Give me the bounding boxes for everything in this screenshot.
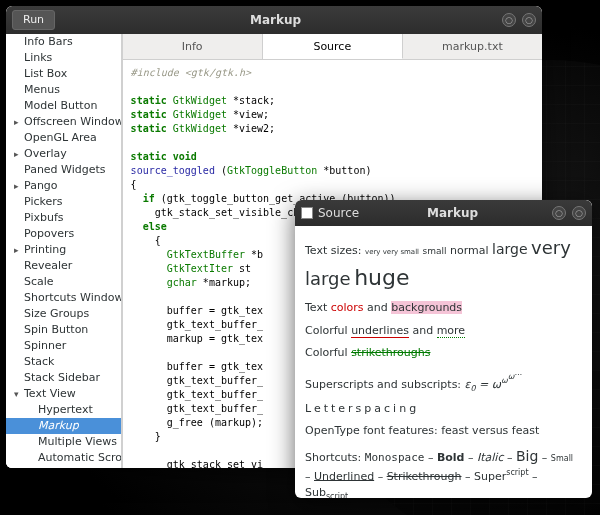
tree-item[interactable]: Automatic Scrolling [6,450,121,466]
tree-item[interactable]: Stack [6,354,121,370]
tab-info[interactable]: Info [123,34,263,59]
source-checkbox-label: Source [318,206,359,220]
source-checkbox[interactable] [301,207,313,219]
tree-item[interactable]: List Box [6,66,121,82]
sizes-line: Text sizes: very very small small normal… [305,234,582,294]
tab-bar: Info Source markup.txt [123,34,542,60]
tree-item[interactable]: Pixbufs [6,210,121,226]
shortcuts-line: Shortcuts: Monospace – Bold – Italic – B… [305,446,582,498]
tree-item[interactable]: Spin Button [6,322,121,338]
tree-item[interactable]: Pickers [6,194,121,210]
tree-item[interactable]: Popovers [6,226,121,242]
close-button[interactable]: ○ [522,13,536,27]
tree-item[interactable]: Info Bars [6,34,121,50]
tree-item[interactable]: Menus [6,82,121,98]
tree-item[interactable]: Shortcuts Window [6,290,121,306]
tree-item[interactable]: Stack Sidebar [6,370,121,386]
window-title: Markup [55,13,496,27]
letterspacing-line: Letterspacing [305,401,582,418]
tree-item[interactable]: Text View [6,386,121,402]
tree-item[interactable]: OpenGL Area [6,130,121,146]
tree-item[interactable]: Revealer [6,258,121,274]
preview-window: Source Markup ○ ○ Text sizes: very very … [295,200,592,498]
tree-item[interactable]: Model Button [6,98,121,114]
tree-item[interactable]: Multiple Views [6,434,121,450]
preview-textview[interactable]: Text sizes: very very small small normal… [295,226,592,498]
tree-item[interactable]: Overlay [6,146,121,162]
tree-item[interactable]: Theming [6,466,121,468]
preview-title: Markup [359,206,546,220]
tree-item[interactable]: Pango [6,178,121,194]
opentype-line: OpenType font features: feast versus fea… [305,423,582,440]
minimize-button[interactable]: ○ [502,13,516,27]
tree-item[interactable]: Markup [6,418,121,434]
preview-titlebar: Source Markup ○ ○ [295,200,592,226]
titlebar: Run Markup ○ ○ [6,6,542,34]
strikethrough-line: Colorful strikethroughs [305,345,582,362]
demo-tree-sidebar[interactable]: Info BarsLinksList BoxMenusModel ButtonO… [6,34,122,468]
tree-item[interactable]: Printing [6,242,121,258]
tab-source[interactable]: Source [263,34,403,59]
colors-line: Text colors and backgrounds [305,300,582,317]
tree-item[interactable]: Offscreen Windows [6,114,121,130]
run-button[interactable]: Run [12,10,55,30]
tree-item[interactable]: Hypertext [6,402,121,418]
tree-item[interactable]: Scale [6,274,121,290]
preview-close-button[interactable]: ○ [572,206,586,220]
underlines-line: Colorful underlines and more [305,323,582,340]
tree-item[interactable]: Paned Widgets [6,162,121,178]
superscript-line: Superscripts and subscripts: ε0 = ωωω... [305,368,582,395]
tree-item[interactable]: Links [6,50,121,66]
preview-minimize-button[interactable]: ○ [552,206,566,220]
tree-item[interactable]: Size Groups [6,306,121,322]
tab-file[interactable]: markup.txt [403,34,542,59]
tree-item[interactable]: Spinner [6,338,121,354]
